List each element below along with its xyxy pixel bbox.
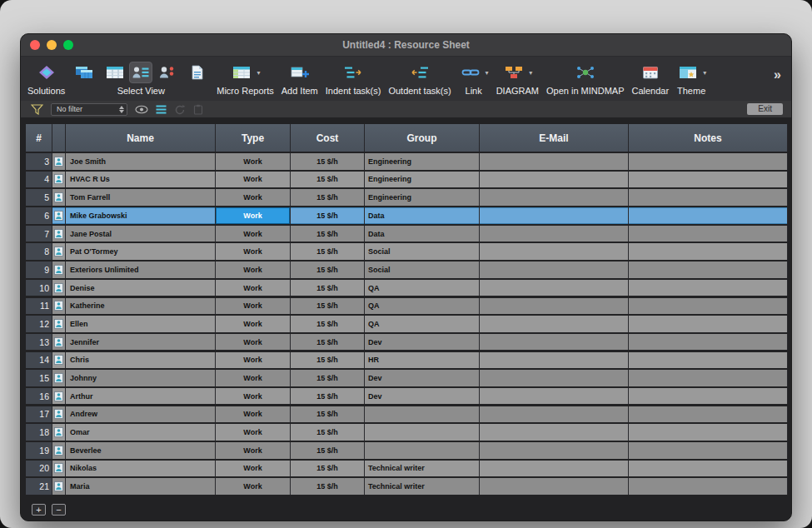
minimize-button[interactable] [47, 40, 57, 50]
calendar-icon[interactable] [639, 62, 662, 83]
cost-cell[interactable]: 15 $/h [291, 370, 365, 386]
name-cell[interactable]: Arthur [66, 388, 216, 405]
name-cell[interactable]: Omar [66, 424, 216, 441]
cost-cell[interactable]: 15 $/h [291, 406, 365, 423]
table-row[interactable]: 16ArthurWork15 $/hDev [26, 388, 788, 405]
add-item-icon[interactable] [288, 62, 311, 83]
table-row[interactable]: 7Jane PostalWork15 $/hData [26, 226, 788, 242]
mindmap-icon[interactable] [574, 62, 597, 83]
table-row[interactable]: 6Mike GrabowskiWork15 $/hData [26, 207, 788, 224]
cost-cell[interactable]: 15 $/h [291, 442, 365, 459]
type-cell[interactable]: Work [216, 189, 291, 206]
name-cell[interactable]: Denise [66, 280, 216, 296]
table-row[interactable]: 21MariaWork15 $/hTechnical writer [26, 478, 788, 495]
cost-cell[interactable]: 15 $/h [291, 334, 365, 351]
notes-cell[interactable] [629, 189, 788, 206]
notes-cell[interactable] [629, 153, 788, 170]
type-cell[interactable]: Work [216, 280, 291, 296]
table-row[interactable]: 3Joe SmithWork15 $/hEngineering [26, 153, 788, 170]
theme-icon[interactable] [676, 62, 700, 83]
group-cell[interactable]: HR [365, 352, 480, 369]
group-cell[interactable]: Dev [365, 370, 480, 386]
name-cell[interactable]: HVAC R Us [66, 172, 216, 188]
email-cell[interactable] [480, 153, 629, 170]
group-cell[interactable]: QA [365, 280, 480, 296]
email-cell[interactable] [480, 298, 629, 315]
name-cell[interactable]: Maria [66, 478, 216, 495]
cost-cell[interactable]: 15 $/h [291, 189, 365, 206]
type-cell[interactable]: Work [216, 172, 291, 188]
toolbar-overflow-chevron-icon[interactable]: » [772, 67, 783, 82]
micro-reports-icon[interactable] [230, 62, 253, 83]
group-cell[interactable]: Data [365, 226, 480, 242]
notes-cell[interactable] [629, 316, 788, 332]
document-icon[interactable] [186, 62, 209, 83]
email-cell[interactable] [480, 370, 629, 386]
filter-select[interactable]: No filter [51, 103, 127, 116]
type-cell[interactable]: Work [216, 243, 291, 260]
name-cell[interactable]: Ellen [66, 316, 216, 332]
notes-cell[interactable] [629, 280, 788, 296]
group-cell[interactable] [365, 442, 480, 459]
table-row[interactable]: 5Tom FarrellWork15 $/hEngineering [26, 189, 788, 206]
cost-cell[interactable]: 15 $/h [291, 226, 365, 242]
column-header[interactable]: # [26, 124, 52, 152]
row-number-cell[interactable]: 5 [26, 189, 52, 206]
notes-cell[interactable] [629, 388, 788, 405]
row-number-cell[interactable]: 20 [26, 461, 52, 477]
notes-cell[interactable] [629, 424, 788, 441]
email-cell[interactable] [480, 424, 629, 441]
cost-cell[interactable]: 15 $/h [291, 352, 365, 369]
table-row[interactable]: 4HVAC R UsWork15 $/hEngineering [26, 172, 788, 188]
group-cell[interactable]: Dev [365, 334, 480, 351]
cost-cell[interactable]: 15 $/h [291, 478, 365, 495]
email-cell[interactable] [480, 262, 629, 278]
select-view-icon[interactable] [129, 62, 152, 83]
table-row[interactable]: 13JenniferWork15 $/hDev [26, 334, 788, 351]
group-cell[interactable]: Social [365, 262, 480, 278]
row-number-cell[interactable]: 7 [26, 226, 52, 242]
name-cell[interactable]: Jane Postal [66, 226, 216, 242]
table-row[interactable]: 8Pat O'TormeyWork15 $/hSocial [26, 243, 788, 260]
table-row[interactable]: 19BeverleeWork15 $/h [26, 442, 788, 459]
table-row[interactable]: 14ChrisWork15 $/hHR [26, 352, 788, 369]
group-cell[interactable]: Engineering [365, 172, 480, 188]
view-columns-icon[interactable] [103, 62, 127, 83]
cost-cell[interactable]: 15 $/h [291, 153, 365, 170]
row-number-cell[interactable]: 6 [26, 207, 52, 224]
refresh-icon[interactable] [174, 104, 186, 115]
group-cell[interactable]: Dev [365, 388, 480, 405]
table-row[interactable]: 17AndrewWork15 $/h [26, 406, 788, 423]
group-cell[interactable]: QA [365, 298, 480, 315]
show-hide-eye-icon[interactable] [135, 105, 148, 114]
email-cell[interactable] [480, 478, 629, 495]
notes-cell[interactable] [629, 370, 788, 386]
row-number-cell[interactable]: 16 [26, 388, 52, 405]
cost-cell[interactable]: 15 $/h [291, 207, 365, 224]
group-cell[interactable]: Engineering [365, 153, 480, 170]
column-header[interactable]: Group [365, 124, 480, 152]
type-cell[interactable]: Work [216, 153, 291, 170]
remove-row-button[interactable]: − [52, 504, 66, 516]
name-cell[interactable]: Andrew [66, 406, 216, 423]
row-number-cell[interactable]: 11 [26, 298, 52, 315]
row-number-cell[interactable]: 18 [26, 424, 52, 441]
type-cell[interactable]: Work [216, 388, 291, 405]
name-cell[interactable]: Pat O'Tormey [66, 243, 216, 260]
cost-cell[interactable]: 15 $/h [291, 243, 365, 260]
email-cell[interactable] [480, 189, 629, 206]
outdent-icon[interactable] [408, 62, 431, 83]
cost-cell[interactable]: 15 $/h [291, 316, 365, 332]
type-cell[interactable]: Work [216, 262, 291, 278]
row-number-cell[interactable]: 3 [26, 153, 52, 170]
cost-cell[interactable]: 15 $/h [291, 298, 365, 315]
row-number-cell[interactable]: 21 [26, 478, 52, 495]
group-cell[interactable]: Data [365, 207, 480, 224]
table-row[interactable]: 11KatherineWork15 $/hQA [26, 298, 788, 315]
email-cell[interactable] [480, 352, 629, 369]
notes-cell[interactable] [629, 172, 788, 188]
row-number-cell[interactable]: 4 [26, 172, 52, 188]
row-number-cell[interactable]: 10 [26, 280, 52, 296]
table-row[interactable]: 12EllenWork15 $/hQA [26, 316, 788, 332]
notes-cell[interactable] [629, 442, 788, 459]
